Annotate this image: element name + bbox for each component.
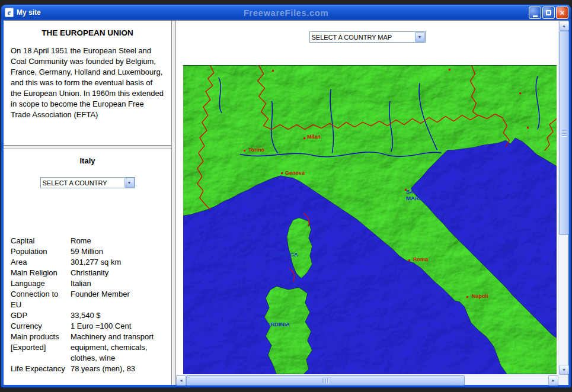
fact-value: Christianity <box>71 268 164 278</box>
table-row: Currency1 Euro =100 Cent <box>11 321 164 332</box>
scroll-left-icon[interactable]: ◄ <box>176 375 186 385</box>
close-icon: × <box>560 9 565 17</box>
fact-label: Main Religion <box>11 268 71 278</box>
fact-value: Italian <box>71 278 164 289</box>
fact-label: Connection to EU <box>11 289 71 310</box>
table-row: Life Expectancy78 years (men), 83 <box>11 364 164 374</box>
fact-value: Machinery and transport equipment, chemi… <box>71 332 164 364</box>
fact-value: 301,277 sq km <box>71 257 164 268</box>
eu-paragraph: On 18 April 1951 the European Steel and … <box>11 46 164 120</box>
thumb-grip <box>562 135 567 136</box>
minimize-button[interactable] <box>529 7 541 19</box>
frame-divider-vertical[interactable] <box>171 21 176 385</box>
city-marker <box>244 150 245 152</box>
scroll-up-icon[interactable]: ▲ <box>559 21 569 31</box>
vertical-scroll-thumb[interactable] <box>559 31 569 235</box>
city-marker <box>272 70 274 72</box>
country-facts-table: CapitalRome Population59 Million Area301… <box>11 236 164 374</box>
window-title: My site <box>17 8 41 17</box>
eu-info-frame: THE EUROPEAN UNION On 18 April 1951 the … <box>4 21 171 145</box>
city-marker <box>519 92 521 94</box>
table-row: CapitalRome <box>11 236 164 246</box>
horizontal-scroll-thumb[interactable] <box>186 375 465 385</box>
italy-map-image: MilanTorinoGenovaRomaNapoliSAN MARINOCOR… <box>183 65 557 374</box>
fact-label: Life Expectancy <box>11 364 71 374</box>
country-info-frame: Italy SELECT A COUNTRY ▼ CapitalRome Pop… <box>4 149 171 385</box>
minimize-icon <box>533 15 538 17</box>
scrollbar-corner <box>558 375 568 385</box>
country-select-value: SELECT A COUNTRY <box>41 179 124 187</box>
horizontal-scrollbar[interactable]: ◄ ► <box>176 375 558 385</box>
city-marker <box>303 137 305 139</box>
city-marker <box>408 259 410 261</box>
fact-value: Rome <box>71 236 164 246</box>
country-map-select-value: SELECT A COUNTRY MAP <box>310 34 415 41</box>
table-row: Population59 Million <box>11 246 164 257</box>
frame-divider-horizontal[interactable] <box>4 145 171 149</box>
title-bar[interactable]: e My site FreewareFiles.com × <box>1 5 571 20</box>
thumb-grip <box>562 130 567 131</box>
maximize-button[interactable] <box>542 7 555 19</box>
map-frame-content: SELECT A COUNTRY MAP ▼ <box>176 21 558 375</box>
browser-window: e My site FreewareFiles.com × THE EUROPE… <box>1 5 571 387</box>
vertical-scrollbar[interactable]: ▲ ▼ <box>558 21 568 375</box>
fact-label: Currency <box>11 321 71 332</box>
table-row: Main ReligionChristianity <box>11 268 164 278</box>
city-marker <box>449 69 450 70</box>
watermark-text: FreewareFiles.com <box>1 8 571 18</box>
fact-label: GDP <box>11 310 71 321</box>
thumb-grip <box>325 378 326 383</box>
fact-label: Area <box>11 257 71 268</box>
fact-value: 59 Million <box>71 246 164 257</box>
ie-page-icon: e <box>5 8 14 17</box>
table-row: LanguageItalian <box>11 278 164 289</box>
city-marker <box>281 172 283 174</box>
horizontal-scroll-track[interactable] <box>186 375 548 385</box>
fact-value: 1 Euro =100 Cent <box>71 321 164 332</box>
country-heading: Italy <box>11 156 164 165</box>
fact-label: Capital <box>11 236 71 246</box>
fact-value: Founder Member <box>71 289 164 310</box>
scroll-down-icon[interactable]: ▼ <box>559 365 569 375</box>
thumb-grip <box>327 378 328 383</box>
chevron-down-icon[interactable]: ▼ <box>124 178 135 188</box>
country-map-select[interactable]: SELECT A COUNTRY MAP ▼ <box>309 31 426 43</box>
country-select[interactable]: SELECT A COUNTRY ▼ <box>40 177 135 188</box>
map-terrain <box>183 65 557 374</box>
close-button[interactable]: × <box>556 7 568 19</box>
table-row: Connection to EUFounder Member <box>11 289 164 310</box>
fact-label: Main products [Exported] <box>11 332 71 364</box>
maximize-icon <box>546 10 551 15</box>
thumb-grip <box>562 133 567 134</box>
fact-value: 78 years (men), 83 <box>71 364 164 374</box>
city-marker <box>466 296 468 298</box>
scroll-right-icon[interactable]: ► <box>548 375 558 385</box>
vertical-scroll-track[interactable] <box>559 31 568 365</box>
map-frame: SELECT A COUNTRY MAP ▼ <box>176 21 568 385</box>
table-row: Main products [Exported]Machinery and tr… <box>11 332 164 364</box>
city-marker <box>405 189 407 191</box>
thumb-grip <box>322 378 324 383</box>
chevron-down-icon[interactable]: ▼ <box>415 32 425 42</box>
table-row: Area301,277 sq km <box>11 257 164 268</box>
table-row: GDP33,540 $ <box>11 310 164 321</box>
fact-value: 33,540 $ <box>71 310 164 321</box>
left-column: THE EUROPEAN UNION On 18 April 1951 the … <box>4 21 171 385</box>
fact-label: Language <box>11 278 71 289</box>
eu-heading: THE EUROPEAN UNION <box>11 28 164 37</box>
frameset: THE EUROPEAN UNION On 18 April 1951 the … <box>4 20 568 385</box>
fact-label: Population <box>11 246 71 257</box>
city-marker <box>527 127 529 128</box>
